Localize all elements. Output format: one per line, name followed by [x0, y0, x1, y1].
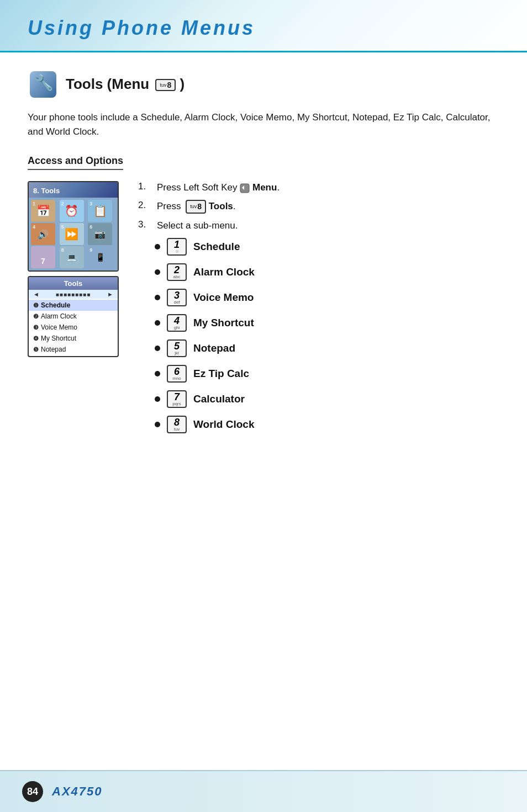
submenu-item-my-shortcut: 4 ghi My Shortcut	[155, 314, 499, 332]
main-content: 🔧 Tools (Menu tuv8 ) Your phone tools in…	[0, 52, 527, 463]
icon-cell-9: 9 📱	[88, 246, 112, 268]
step-1: 1. Press Left Soft Key Menu.	[138, 181, 499, 194]
phone-screens-column: 8. Tools 1 📅 2 ⏰ 3 📋	[28, 181, 122, 357]
page-title: Using Phone Menus	[28, 17, 499, 40]
footer-model-name: AX4750	[52, 784, 103, 799]
phone-menu-item-alarm: ❷ Alarm Clock	[29, 311, 118, 322]
svg-rect-2	[240, 184, 249, 193]
bullet-dot	[155, 371, 160, 376]
submenu-item-voice-memo: 3 def Voice Memo	[155, 289, 499, 306]
bullet-dot	[155, 320, 160, 326]
tools-icon: 🔧	[28, 69, 58, 99]
phone-nav-bar: ◄ ■■■■■■■■■ ►	[29, 290, 118, 299]
tools-description: Your phone tools include a Schedule, Ala…	[28, 110, 499, 139]
phone-screen-1: 8. Tools 1 📅 2 ⏰ 3 📋	[28, 181, 119, 272]
key-badge-2: 2 abc	[167, 263, 187, 281]
icon-cell-4: 4 🔊	[31, 223, 55, 245]
phone-menu-item-notepad: ❺ Notepad	[29, 344, 118, 355]
key-badge-4: 4 ghi	[167, 314, 187, 332]
phone-screen-2: Tools ◄ ■■■■■■■■■ ► ❶ Schedule ❷ Alarm C…	[28, 276, 119, 357]
phone-menu-items: ❶ Schedule ❷ Alarm Clock ❸ Voice Memo ❹ …	[29, 299, 118, 356]
tools-heading-text: Tools (Menu tuv8 )	[66, 76, 185, 93]
key-badge-3: 3 def	[167, 289, 187, 306]
icon-cell-7: 7	[31, 246, 55, 268]
phone-menu-item-schedule: ❶ Schedule	[29, 300, 118, 311]
footer-page-number: 84	[22, 781, 43, 802]
menu-key-badge-8: tuv8	[155, 79, 176, 91]
icon-cell-3: 3 📋	[88, 200, 112, 222]
phone-menu-item-voice: ❸ Voice Memo	[29, 322, 118, 333]
key-badge-6: 6 mno	[167, 365, 187, 383]
bullet-dot	[155, 269, 160, 275]
page-header: Using Phone Menus	[0, 0, 527, 52]
svg-text:🔧: 🔧	[34, 73, 54, 92]
submenu-list: 1 ☆ Schedule 2 abc Alarm Clock	[155, 238, 499, 433]
bullet-dot	[155, 295, 160, 300]
icon-cell-5: 5 ⏩	[60, 223, 84, 245]
step-list: 1. Press Left Soft Key Menu. 2. Press	[138, 181, 499, 232]
submenu-item-calculator: 7 pqrs Calculator	[155, 390, 499, 408]
soft-key-icon	[240, 183, 250, 193]
phone-screen-2-header: Tools	[29, 277, 118, 290]
bullet-dot	[155, 244, 160, 250]
icon-cell-1: 1 📅	[31, 200, 55, 222]
submenu-item-schedule: 1 ☆ Schedule	[155, 238, 499, 256]
tools-heading-row: 🔧 Tools (Menu tuv8 )	[28, 69, 499, 99]
steps-column: 1. Press Left Soft Key Menu. 2. Press	[138, 181, 499, 441]
icon-cell-8: 8 💻	[60, 246, 84, 268]
submenu-item-notepad: 5 jkl Notepad	[155, 339, 499, 357]
phone-screen-1-header: 8. Tools	[29, 182, 118, 198]
submenu-item-ez-tip-calc: 6 mno Ez Tip Calc	[155, 365, 499, 383]
key-badge-5: 5 jkl	[167, 339, 187, 357]
key-badge-1: 1 ☆	[167, 238, 187, 256]
submenu-item-alarm-clock: 2 abc Alarm Clock	[155, 263, 499, 281]
access-layout: 8. Tools 1 📅 2 ⏰ 3 📋	[28, 181, 499, 441]
bullet-dot	[155, 346, 160, 351]
page-footer: 84 AX4750	[0, 770, 527, 812]
step-2: 2. Press tuv8 Tools.	[138, 200, 499, 214]
phone-menu-item-shortcut: ❹ My Shortcut	[29, 333, 118, 344]
icon-cell-2: 2 ⏰	[60, 200, 84, 222]
section-title: Access and Options	[28, 155, 123, 170]
icon-cell-6: 6 📷	[88, 223, 112, 245]
bullet-dot	[155, 422, 160, 427]
screen-1-title: 8. Tools	[33, 187, 60, 195]
key-badge-7: 7 pqrs	[167, 390, 187, 408]
submenu-item-world-clock: 8 tuv World Clock	[155, 416, 499, 433]
icon-grid: 1 📅 2 ⏰ 3 📋 4 🔊	[29, 198, 118, 270]
step2-key-badge: tuv8	[186, 200, 206, 214]
key-badge-8: 8 tuv	[167, 416, 187, 433]
bullet-dot	[155, 396, 160, 402]
step-3: 3. Select a sub-menu.	[138, 219, 499, 232]
